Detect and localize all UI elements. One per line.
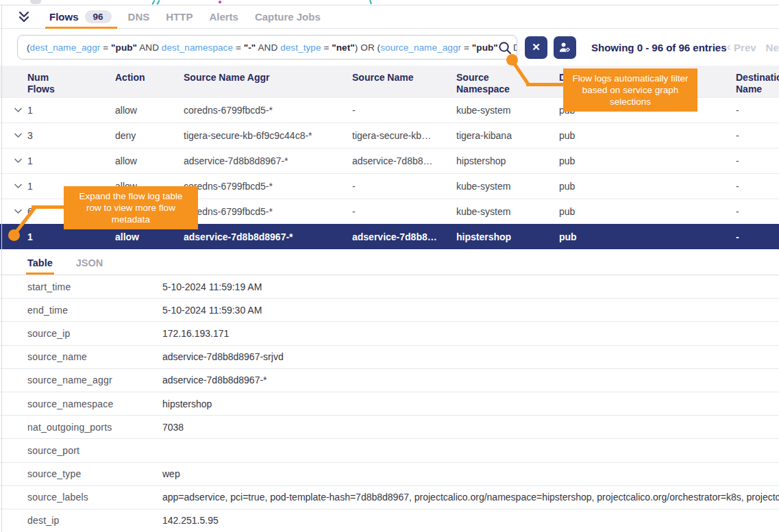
cell-source-name: adservice-7d8b8…	[352, 155, 456, 166]
query-segment: "pub"	[472, 42, 498, 53]
cell-num-flows: 1	[27, 155, 115, 166]
detail-row: source_labels app=adservice, pci=true, p…	[0, 486, 779, 509]
double-chevron-down-icon	[18, 11, 30, 23]
cell-source-namespace: kube-system	[456, 206, 559, 217]
panel-tab[interactable]: Flows 96	[42, 5, 121, 28]
detail-key: source_name_aggr	[27, 375, 162, 385]
detail-value: hipstershop	[162, 398, 779, 409]
callout-connector	[32, 205, 65, 209]
cell-source-name-aggr: coredns-6799fbcd5-*	[184, 206, 352, 217]
cell-dest-name-aggr: pub	[559, 130, 736, 141]
collapse-panel-button[interactable]	[15, 8, 33, 26]
user-settings-button[interactable]	[554, 36, 576, 59]
detail-tab[interactable]: JSON	[75, 257, 105, 275]
person-gear-icon	[558, 41, 571, 54]
column-header: Source Name Aggr	[184, 72, 352, 84]
cell-dest-name-aggr: pub	[559, 206, 736, 217]
cell-action: allow	[115, 231, 184, 242]
expand-row-chevron-icon[interactable]	[14, 181, 23, 191]
logs-panel-tabbar: Flows 96 DNS HTTP Alerts Capture Jobs	[0, 5, 779, 29]
cell-destination-name: -	[736, 231, 779, 242]
query-segment: dest_namespace	[162, 42, 233, 53]
panel-tab[interactable]: Capture Jobs	[248, 5, 330, 28]
detail-key: source_labels	[27, 492, 162, 503]
tooltip-filter-note: Flow logs automatically filter based on …	[563, 68, 697, 112]
detail-row: end_time 5-10-2024 11:59:30 AM	[0, 299, 779, 322]
detail-key: source_ip	[27, 328, 162, 339]
query-segment: dest_name_aggr	[30, 42, 101, 53]
filter-query-text: (dest_name_aggr = "pub" AND dest_namespa…	[18, 42, 517, 53]
detail-value: adservice-7d8b8d8967-srjvd	[162, 351, 779, 362]
cell-dest-name-aggr: pub	[559, 155, 736, 166]
cell-dest-name-aggr: pub	[559, 181, 736, 192]
cell-source-namespace: hipstershop	[456, 155, 559, 166]
detail-row: nat_outgoing_ports 7038	[0, 416, 779, 439]
query-segment: dest_type	[280, 42, 321, 53]
column-header: Num Flows	[27, 72, 115, 95]
next-page-button[interactable]: Next ›	[766, 40, 779, 55]
cell-action: allow	[115, 155, 184, 166]
detail-tabbar: Table JSON	[0, 249, 779, 275]
column-header: Action	[115, 72, 184, 84]
detail-row: source_type wep	[0, 463, 779, 486]
cell-destination-name: -	[736, 181, 779, 192]
detail-tab[interactable]: Table	[26, 257, 54, 275]
detail-key: dest_ip	[27, 515, 162, 526]
chevron-left-icon: ‹	[727, 39, 731, 53]
detail-row: source_ip 172.16.193.171	[0, 322, 779, 345]
detail-key: nat_outgoing_ports	[27, 422, 162, 433]
column-header: Destination Name	[736, 72, 779, 95]
clear-filter-button[interactable]: ✕	[525, 36, 547, 59]
cell-source-namespace: hipstershop	[456, 231, 559, 242]
cell-destination-name: -	[736, 206, 779, 217]
detail-key: source_port	[27, 445, 162, 456]
cell-source-name-aggr: adservice-7d8b8d8967-*	[184, 231, 352, 242]
panel-tab-label: DNS	[128, 11, 150, 23]
detail-row: source_namespace hipstershop	[0, 392, 779, 416]
close-icon: ✕	[532, 41, 541, 53]
flow-count-badge: 96	[85, 10, 112, 23]
cell-num-flows: 1	[27, 105, 115, 116]
detail-value: 7038	[162, 422, 779, 433]
table-row[interactable]: 1 allow adservice-7d8b8d8967-* adservice…	[0, 148, 779, 173]
entries-count-text: Showing 0 - 96 of 96 entries	[591, 42, 727, 53]
detail-value: 142.251.5.95	[162, 515, 779, 526]
detail-value: adservice-7d8b8d8967-*	[162, 375, 779, 385]
filter-query-input[interactable]: (dest_name_aggr = "pub" AND dest_namespa…	[17, 35, 517, 60]
detail-value: 5-10-2024 11:59:19 AM	[162, 281, 779, 292]
prev-page-button[interactable]: ‹ Prev	[727, 40, 756, 55]
cell-source-name-aggr: coredns-6799fbcd5-*	[184, 181, 352, 192]
cell-source-namespace: kube-system	[456, 181, 559, 192]
detail-key: source_name	[27, 351, 162, 362]
detail-key: source_type	[27, 468, 162, 479]
cell-source-name: tigera-secure-kb…	[352, 130, 456, 141]
graph-node-fragment	[30, 0, 41, 4]
search-icon[interactable]	[497, 40, 512, 55]
panel-tabs: Flows 96 DNS HTTP Alerts Capture Jobs	[42, 5, 330, 28]
query-segment: =	[461, 42, 472, 53]
cell-destination-name: -	[736, 130, 779, 141]
graph-edge-fragment	[151, 0, 155, 5]
service-graph-edge-strip	[0, 0, 779, 5]
panel-tab[interactable]: Alerts	[202, 5, 248, 28]
graph-edge-fragment	[369, 0, 372, 4]
expand-row-chevron-icon[interactable]	[14, 207, 23, 216]
expand-row-chevron-icon[interactable]	[14, 131, 23, 140]
detail-row: source_name_aggr adservice-7d8b8d8967-*	[0, 369, 779, 392]
cell-source-name: -	[352, 181, 456, 192]
expand-row-chevron-icon[interactable]	[14, 156, 23, 166]
panel-tab[interactable]: HTTP	[159, 5, 202, 28]
expand-row-chevron-icon[interactable]	[14, 105, 23, 115]
cell-source-name: -	[352, 206, 456, 217]
panel-left-border	[1, 5, 2, 532]
cell-source-namespace: kube-system	[456, 105, 559, 116]
callout-anchor-dot	[8, 229, 20, 241]
detail-value: 172.16.193.171	[162, 328, 779, 339]
callout-connector	[526, 83, 565, 86]
query-segment: AND	[256, 42, 280, 53]
detail-key: start_time	[27, 281, 162, 292]
panel-tab[interactable]: DNS	[121, 5, 160, 28]
cell-action: allow	[115, 105, 184, 116]
detail-value: 5-10-2024 11:59:30 AM	[162, 305, 779, 316]
table-row[interactable]: 3 deny tigera-secure-kb-6f9c9c44c8-* tig…	[0, 123, 779, 148]
